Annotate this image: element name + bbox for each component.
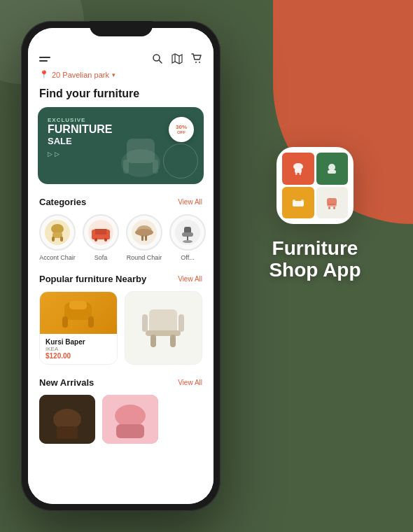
menu-icon[interactable] xyxy=(39,57,50,62)
arrival-image-1 xyxy=(39,395,95,444)
popular-label: Popular furniture Nearby xyxy=(39,274,146,284)
svg-rect-42 xyxy=(178,314,184,332)
app-icon-cell-4 xyxy=(316,187,349,219)
phone-notch xyxy=(90,21,153,36)
popular-card-image xyxy=(40,292,117,334)
sofa-label: Sofa xyxy=(94,254,108,261)
svg-rect-10 xyxy=(153,160,158,174)
svg-rect-20 xyxy=(106,230,110,239)
svg-rect-57 xyxy=(301,200,304,206)
svg-rect-21 xyxy=(94,238,97,241)
popular-header: Popular furniture Nearby View All xyxy=(28,271,214,291)
category-item-round-chair[interactable]: Round Chair xyxy=(126,214,162,261)
categories-label: Categories xyxy=(39,197,86,207)
banner-arrows: ▷ ▷ xyxy=(48,150,194,158)
svg-point-53 xyxy=(328,164,335,171)
popular-card-kursi[interactable]: Kursi Baper IKEA $120.00 xyxy=(39,291,118,365)
app-screen[interactable]: 📍 20 Pavelian park ▾ Find your furniture… xyxy=(28,28,214,504)
app-icon-chair-2 xyxy=(325,162,339,176)
app-icon-cell-3 xyxy=(282,187,314,219)
kursi-chair-image xyxy=(59,295,97,330)
office-label: Off... xyxy=(181,254,194,261)
svg-rect-61 xyxy=(333,206,335,209)
svg-rect-9 xyxy=(123,160,129,174)
svg-rect-56 xyxy=(293,200,295,206)
map-icon[interactable] xyxy=(172,53,183,64)
arrival-card-1[interactable] xyxy=(39,395,95,444)
svg-point-0 xyxy=(153,55,160,61)
category-item-accent-chair[interactable]: Accont Chair xyxy=(39,214,76,261)
svg-rect-19 xyxy=(92,230,95,239)
round-chair-icon-wrap xyxy=(126,214,162,251)
svg-rect-34 xyxy=(62,316,68,328)
svg-rect-26 xyxy=(141,235,144,241)
phone-container: 📍 20 Pavelian park ▾ Find your furniture… xyxy=(21,21,220,511)
svg-rect-54 xyxy=(328,170,336,174)
sofa-icon xyxy=(88,220,113,245)
new-arrivals-header: New Arrivals View All xyxy=(28,374,214,395)
app-icon-cell-1 xyxy=(282,153,314,185)
categories-scroll: Accont Chair xyxy=(28,214,214,271)
header-icons xyxy=(152,53,202,64)
popular-product-price: $120.00 xyxy=(46,352,111,360)
svg-line-1 xyxy=(160,61,162,64)
svg-rect-41 xyxy=(142,314,148,332)
accent-chair-icon-wrap xyxy=(39,214,76,251)
location-pin-icon: 📍 xyxy=(39,70,49,79)
new-arrivals-view-all[interactable]: View All xyxy=(178,379,202,386)
svg-rect-27 xyxy=(145,235,147,241)
popular-card-info: Kursi Baper IKEA $120.00 xyxy=(40,334,117,364)
svg-point-6 xyxy=(199,62,200,63)
search-icon[interactable] xyxy=(152,53,163,64)
location-bar[interactable]: 📍 20 Pavelian park ▾ xyxy=(28,67,214,85)
svg-rect-37 xyxy=(149,309,177,334)
popular-section: Kursi Baper IKEA $120.00 xyxy=(28,291,214,374)
svg-rect-50 xyxy=(295,169,302,173)
popular-product-name: Kursi Baper xyxy=(46,338,111,346)
app-name: Furniture Shop App xyxy=(238,238,392,281)
svg-point-25 xyxy=(135,229,153,236)
app-icon-cell-2 xyxy=(316,153,349,185)
svg-rect-36 xyxy=(69,301,87,309)
app-icon-container xyxy=(238,147,392,224)
svg-rect-60 xyxy=(328,206,330,209)
categories-header: Categories View All xyxy=(28,194,214,214)
app-icon xyxy=(276,147,354,224)
svg-rect-38 xyxy=(146,330,181,336)
svg-point-12 xyxy=(51,224,64,234)
phone-outer: 📍 20 Pavelian park ▾ Find your furniture… xyxy=(21,21,220,511)
office-chair-icon xyxy=(175,220,200,245)
category-item-sofa[interactable]: Sofa xyxy=(83,214,119,261)
arrival-card-2[interactable] xyxy=(102,395,158,444)
popular-view-all[interactable]: View All xyxy=(178,275,202,283)
svg-rect-59 xyxy=(327,204,337,206)
banner-title: FURNITURE xyxy=(48,123,194,136)
category-item-office[interactable]: Off... xyxy=(169,214,206,261)
svg-point-5 xyxy=(195,62,197,63)
categories-view-all[interactable]: View All xyxy=(178,198,202,206)
round-chair-label: Round Chair xyxy=(127,254,162,261)
svg-point-47 xyxy=(115,405,146,427)
accent-chair-icon xyxy=(45,220,70,245)
popular-card-right[interactable] xyxy=(125,291,203,365)
svg-rect-15 xyxy=(60,237,63,241)
promo-banner[interactable]: EXCLUSIVE FURNITURE SALE ▷ ▷ 30% OFF xyxy=(38,107,204,184)
svg-rect-51 xyxy=(295,172,298,175)
phone-screen: 📍 20 Pavelian park ▾ Find your furniture… xyxy=(28,28,214,504)
popular-grid: Kursi Baper IKEA $120.00 xyxy=(39,291,202,365)
app-icon-sofa xyxy=(290,195,306,210)
accent-chair-label: Accont Chair xyxy=(39,254,76,261)
svg-rect-39 xyxy=(150,335,156,347)
svg-marker-2 xyxy=(172,54,182,64)
app-icon-chair-white xyxy=(290,161,306,176)
svg-rect-35 xyxy=(88,316,94,328)
svg-rect-40 xyxy=(170,335,176,347)
svg-rect-52 xyxy=(299,172,301,175)
svg-rect-14 xyxy=(52,237,55,241)
svg-rect-48 xyxy=(116,424,144,438)
office-icon-wrap xyxy=(169,214,206,251)
new-arrivals-label: New Arrivals xyxy=(39,377,94,388)
popular-right-chair-image xyxy=(135,304,191,353)
banner-subtitle: SALE xyxy=(48,136,194,146)
cart-icon[interactable] xyxy=(191,53,202,64)
